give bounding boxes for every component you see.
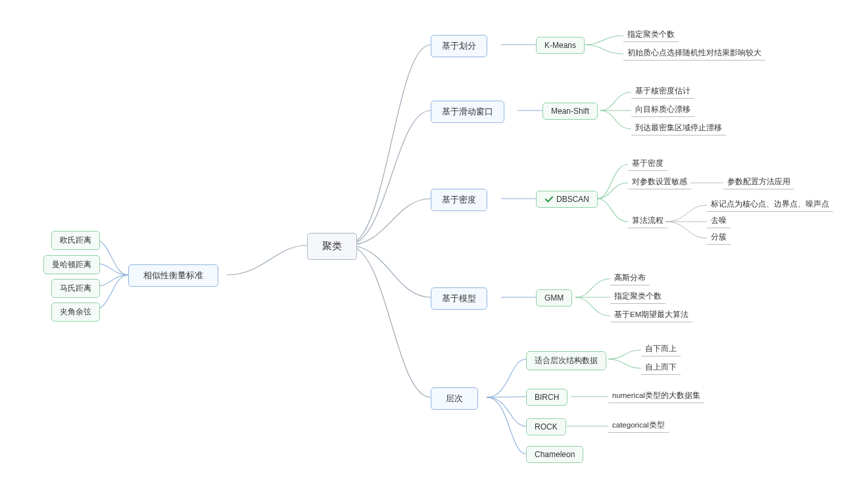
meanshift-note-3: 到达最密集区域停止漂移 [631, 121, 726, 135]
gmm-note-2: 指定聚类个数 [610, 289, 665, 304]
density-based[interactable]: 基于密度 [431, 189, 487, 211]
mahalanobis[interactable]: 马氏距离 [51, 279, 100, 298]
model-based[interactable]: 基于模型 [431, 287, 487, 310]
birch[interactable]: BIRCH [526, 389, 567, 406]
chameleon[interactable]: Chameleon [526, 446, 583, 463]
rock-note: categorical类型 [608, 418, 669, 433]
root-node[interactable]: 聚类 [307, 233, 357, 260]
euclidean[interactable]: 欧氏距离 [51, 231, 100, 250]
hier-topdown: 自上而下 [641, 360, 681, 375]
rock[interactable]: ROCK [526, 418, 566, 435]
hierarchical[interactable]: 层次 [431, 387, 478, 410]
connectors [0, 0, 868, 490]
meanshift-note-2: 向目标质心漂移 [631, 103, 694, 117]
dbscan-flow-2: 去噪 [707, 214, 731, 228]
check-icon [544, 195, 554, 204]
hier-bottomup: 自下而上 [641, 342, 681, 356]
dbscan[interactable]: DBSCAN [536, 191, 598, 208]
kmeans[interactable]: K-Means [536, 37, 585, 54]
meanshift-note-1: 基于核密度估计 [631, 84, 694, 99]
kmeans-note-1: 指定聚类个数 [623, 28, 679, 42]
dbscan-sensitive: 对参数设置敏感 [628, 175, 691, 189]
manhattan[interactable]: 曼哈顿距离 [43, 255, 100, 274]
gmm-note-3: 基于EM期望最大算法 [610, 308, 692, 322]
gmm-note-1: 高斯分布 [610, 271, 650, 285]
gmm[interactable]: GMM [536, 289, 572, 306]
dbscan-flow-1: 标记点为核心点、边界点、噪声点 [707, 197, 833, 212]
cosine[interactable]: 夹角余弦 [51, 303, 100, 322]
dbscan-sensitive-child: 参数配置方法应用 [723, 175, 794, 189]
meanshift[interactable]: Mean-Shift [542, 103, 598, 120]
dbscan-note-1: 基于密度 [628, 157, 667, 171]
dbscan-flow-3: 分簇 [707, 230, 731, 245]
dbscan-flow: 算法流程 [628, 214, 667, 228]
birch-note: numerical类型的大数据集 [608, 389, 704, 403]
kmeans-note-2: 初始质心点选择随机性对结果影响较大 [623, 46, 765, 61]
dbscan-label: DBSCAN [556, 195, 589, 204]
sliding-window[interactable]: 基于滑动窗口 [431, 101, 504, 123]
similarity-measure[interactable]: 相似性衡量标准 [128, 264, 218, 287]
partition-based[interactable]: 基于划分 [431, 35, 487, 57]
hier-structured[interactable]: 适合层次结构数据 [526, 351, 606, 370]
